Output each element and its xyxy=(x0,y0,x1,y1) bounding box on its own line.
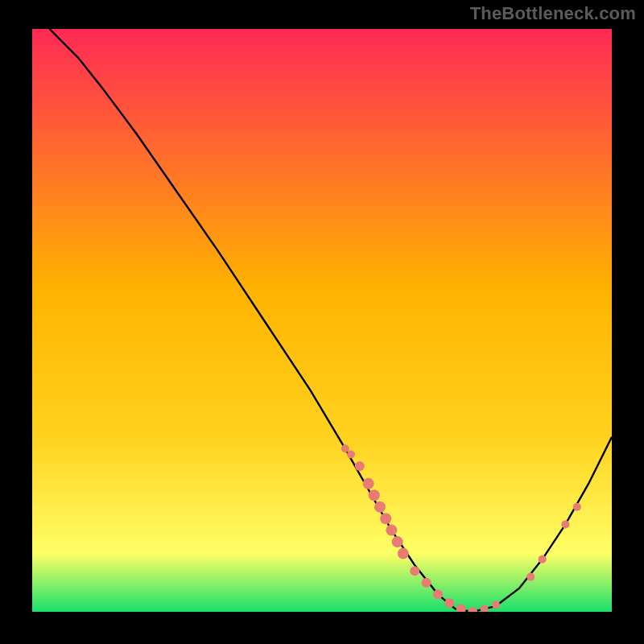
data-dot xyxy=(410,566,419,576)
data-dot xyxy=(526,573,535,581)
data-dot xyxy=(433,589,443,599)
gradient-background xyxy=(32,29,612,612)
data-dot xyxy=(573,503,581,511)
data-dot xyxy=(369,489,380,501)
chart-svg xyxy=(32,29,612,612)
data-dot xyxy=(422,578,431,588)
data-dot xyxy=(392,536,403,547)
data-dot xyxy=(363,478,374,489)
chart-plot xyxy=(32,29,612,612)
data-dot xyxy=(386,525,397,536)
data-dot xyxy=(347,451,355,459)
data-dot xyxy=(398,548,409,559)
chart-frame: TheBottleneck.com xyxy=(0,0,644,644)
data-dot xyxy=(444,598,454,608)
data-dot xyxy=(492,601,500,609)
data-dot xyxy=(341,444,349,452)
data-dot xyxy=(374,502,386,513)
watermark-text: TheBottleneck.com xyxy=(470,3,636,24)
data-dot xyxy=(539,555,547,564)
data-dot xyxy=(380,513,391,524)
data-dot xyxy=(355,461,365,471)
data-dot xyxy=(561,520,569,528)
